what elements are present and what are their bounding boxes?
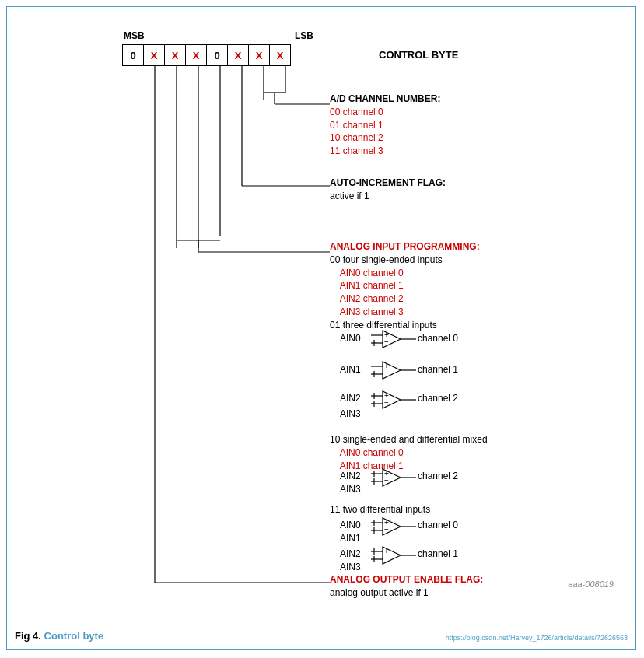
byte-box-6: X: [248, 44, 270, 66]
ad-ch1: 01 channel 1: [330, 120, 383, 131]
byte-box-5: X: [227, 44, 249, 66]
ref-code: aaa-008019: [568, 579, 614, 589]
control-byte-label: CONTROL BYTE: [379, 49, 458, 61]
ch2-label-01: channel 2: [418, 392, 458, 405]
fig-label: Fig 4. Control byte: [15, 630, 103, 642]
diagram-container: Fig 4. Control byte https://blog.csdn.ne…: [6, 6, 636, 650]
ad-channel-annotation: A/D CHANNEL NUMBER: 00 channel 0 01 chan…: [330, 93, 440, 158]
byte-box-1: X: [143, 44, 165, 66]
ain0-label-11: AIN0: [340, 519, 361, 532]
ain2-label-01: AIN2: [340, 392, 361, 405]
url-text: https://blog.csdn.net/Harvey_1726/articl…: [446, 634, 628, 642]
ain1-label-11: AIN1: [340, 532, 361, 545]
svg-text:−: −: [384, 554, 389, 562]
ain2-label-10: AIN2: [340, 470, 361, 483]
ain0-ch0: AIN0 channel 0: [340, 268, 404, 278]
ain1-label-01: AIN1: [340, 363, 361, 376]
analog-input-title: ANALOG INPUT PROGRAMMING:: [330, 241, 480, 252]
analog-output-annotation: ANALOG OUTPUT ENABLE FLAG: analog output…: [330, 573, 483, 600]
ch1-label-01: channel 1: [418, 363, 458, 376]
ad-ch2: 10 channel 2: [330, 132, 383, 143]
byte-box-3: X: [185, 44, 207, 66]
fig-number: Fig 4.: [15, 630, 41, 642]
svg-text:−: −: [384, 398, 389, 407]
byte-box-0: 0: [122, 44, 144, 66]
byte-box-2: X: [164, 44, 186, 66]
ch0-label-11: channel 0: [418, 519, 458, 532]
ain2-ch2: AIN2 channel 2: [340, 293, 404, 304]
auto-increment-desc: active if 1: [330, 191, 369, 201]
ain1-ch1: AIN1 channel 1: [340, 280, 404, 291]
diagram-area: MSB LSB 0 X X X 0 X X X CONTROL BYTE: [54, 30, 629, 621]
byte-box-4: 0: [206, 44, 228, 66]
ain3-label-01: AIN3: [340, 408, 361, 421]
ch0-label-01: channel 0: [418, 332, 458, 345]
lsb-label: LSB: [295, 30, 313, 41]
ain2-label-11: AIN2: [340, 548, 361, 561]
ain0-label-01: AIN0: [340, 332, 361, 345]
byte-box-7: X: [269, 44, 291, 66]
analog-input-mode00: 00 four single-ended inputs: [330, 254, 443, 265]
ch2-label-10: channel 2: [418, 470, 458, 483]
svg-text:−: −: [384, 369, 389, 377]
analog-output-title: ANALOG OUTPUT ENABLE FLAG:: [330, 574, 483, 585]
ain3-label-10: AIN3: [340, 483, 361, 496]
auto-increment-annotation: AUTO-INCREMENT FLAG: active if 1: [330, 177, 446, 203]
analog-input-annotation: ANALOG INPUT PROGRAMMING: 00 four single…: [330, 240, 480, 332]
ad-ch3: 11 channel 3: [330, 145, 383, 156]
ad-ch0: 00 channel 0: [330, 107, 383, 117]
svg-text:−: −: [384, 525, 389, 534]
ad-channel-title: A/D CHANNEL NUMBER:: [330, 93, 440, 104]
svg-text:−: −: [384, 338, 389, 346]
ain3-label-11: AIN3: [340, 561, 361, 574]
fig-title: Control byte: [44, 630, 104, 642]
byte-boxes: 0 X X X 0 X X X: [122, 44, 290, 66]
analog-output-desc: analog output active if 1: [330, 587, 429, 598]
ain0-ch0-10: AIN0 channel 0: [340, 447, 404, 458]
auto-increment-title: AUTO-INCREMENT FLAG:: [330, 177, 446, 188]
svg-text:−: −: [384, 476, 389, 485]
msb-label: MSB: [124, 30, 145, 41]
ch1-label-11: channel 1: [418, 548, 458, 561]
ain3-ch3: AIN3 channel 3: [340, 306, 404, 317]
